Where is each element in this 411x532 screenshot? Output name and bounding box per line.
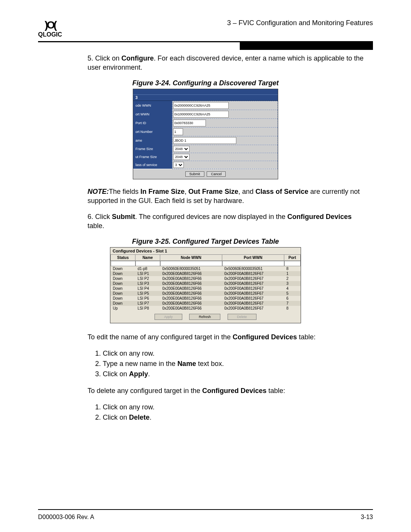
fig24-cancel-button[interactable]: Cancel — [207, 171, 226, 177]
table-row[interactable]: DownLSI P60x200E00A0B8126F660x200F00A0B8… — [111, 296, 301, 301]
table-row[interactable]: DownLSI P50x200E00A0B8126F660x200F00A0B8… — [111, 291, 301, 296]
fig24-port-wwn-input[interactable] — [173, 111, 229, 118]
figure-25-caption: Figure 3-25. Configured Target Devices T… — [38, 238, 373, 246]
fig24-node-wwn-input[interactable] — [173, 102, 229, 109]
fig24-out-frame-label: ut Frame Size — [133, 153, 172, 161]
table-row[interactable]: DownLSI P10x200E00A0B8126F660x200F00A0B8… — [111, 271, 301, 276]
fig24-name-label: ame — [133, 136, 172, 145]
table-row[interactable]: DownLSI P40x200E00A0B8126F660x200F00A0B8… — [111, 286, 301, 291]
edit-intro: To edit the name of any configured targe… — [88, 332, 365, 342]
fig25-h-pnum: Port — [284, 254, 301, 260]
page-footer: D000003-006 Rev. A 3-13 — [38, 509, 373, 521]
delete-steps: Click on any row. Click on Delete. — [91, 402, 373, 423]
footer-doc-id: D000003-006 Rev. A — [38, 514, 94, 521]
fig25-title: Configured Devices - Slot 1 — [110, 248, 301, 254]
logo-text: QLOGIC — [38, 31, 62, 38]
table-row[interactable]: Downd1-p80x50060E80000350510x50060E80000… — [111, 266, 301, 271]
fig25-filter-pnum[interactable] — [284, 261, 301, 266]
table-row[interactable]: DownLSI P20x200E00A0B8126F660x200F00A0B8… — [111, 276, 301, 281]
delete-intro: To delete any configured target in the C… — [88, 386, 365, 395]
header-accent-bar — [240, 42, 373, 50]
fig25-h-port: Port WWN — [222, 254, 284, 260]
edit-step-2: Type a new name in the Name text box. — [103, 359, 373, 369]
delete-step-2: Click on Delete. — [103, 412, 373, 423]
table-row[interactable]: DownLSI P30x200E00A0B8126F660x200F00A0B8… — [111, 281, 301, 286]
table-row[interactable]: DownLSI P70x200E00A0B8126F660x200F00A0B8… — [111, 301, 301, 306]
fig24-out-frame-select[interactable]: 2048 — [173, 154, 190, 160]
fig25-h-name: Name — [135, 254, 160, 260]
figure-25: Configured Devices - Slot 1 Status Name … — [110, 247, 301, 323]
fig25-filter-node[interactable] — [160, 261, 222, 266]
fig25-refresh-button[interactable]: Refresh — [189, 314, 220, 320]
note-paragraph: NOTE:The fields In Frame Size, Out Frame… — [88, 187, 365, 206]
fig25-filter-port[interactable] — [222, 261, 284, 266]
logo: )O( QLOGIC — [38, 19, 62, 38]
fig24-index: 3 — [133, 94, 278, 101]
chapter-title: 3 – FVIC Configuration and Monitoring Fe… — [227, 19, 373, 27]
footer-page-num: 3-13 — [361, 514, 373, 521]
fig25-apply-button[interactable]: Apply — [155, 314, 182, 320]
page-header: )O( QLOGIC 3 – FVIC Configuration and Mo… — [38, 19, 373, 38]
fig24-cos-select[interactable]: 3 — [173, 162, 184, 168]
figure-24-caption: Figure 3-24. Configuring a Discovered Ta… — [38, 79, 373, 87]
step-6: 6. Click Submit. The configured devices … — [88, 212, 365, 231]
fig25-filter-row — [111, 260, 301, 266]
fig24-port-id-label: Port ID — [133, 118, 172, 127]
edit-step-1: Click on any row. — [103, 348, 373, 359]
fig24-port-num-label: ort Number — [133, 127, 172, 136]
fig25-filter-name[interactable] — [135, 261, 160, 266]
fig25-filter-status[interactable] — [111, 261, 135, 266]
table-row[interactable]: UpLSI P80x200E00A0B8126F660x200F00A0B812… — [111, 306, 301, 311]
fig24-frame-select[interactable]: 2048 — [173, 146, 190, 152]
fig25-header-row: Status Name Node WWN Port WWN Port — [111, 254, 301, 260]
fig25-h-node: Node WWN — [160, 254, 222, 260]
fig24-port-num-input[interactable] — [173, 128, 183, 135]
fig24-port-wwn-label: ort WWN — [133, 110, 172, 118]
step-5: 5. Click on Configure. For each discover… — [88, 54, 365, 72]
fig25-delete-button[interactable]: Delete — [228, 314, 256, 320]
fig24-submit-button[interactable]: Submit — [185, 171, 204, 177]
fig24-name-input[interactable] — [173, 137, 236, 144]
fig24-port-id-input[interactable] — [173, 120, 206, 126]
logo-icon: )O( — [38, 19, 62, 31]
delete-step-1: Click on any row. — [103, 402, 373, 412]
figure-24: 3 ode WWN ort WWN Port ID ort Number ame… — [133, 89, 278, 179]
fig24-node-wwn-label: ode WWN — [133, 101, 172, 110]
edit-steps: Click on any row. Type a new name in the… — [91, 348, 373, 379]
fig25-h-status: Status — [111, 254, 135, 260]
fig24-cos-label: lass of service — [133, 161, 172, 169]
edit-step-3: Click on Apply. — [103, 369, 373, 379]
fig24-frame-label: Frame Size — [133, 145, 172, 153]
